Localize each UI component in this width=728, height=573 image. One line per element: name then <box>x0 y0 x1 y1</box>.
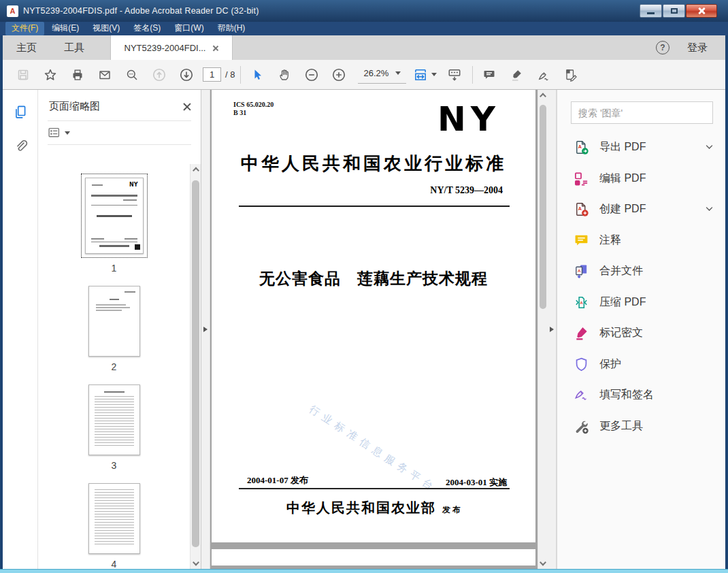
toolbar-separator <box>472 66 473 84</box>
window-title: NYT5239-2004FDIS.pdf - Adobe Acrobat Rea… <box>23 6 259 16</box>
thumbnail-page-4[interactable]: 4 <box>88 483 140 570</box>
thumbnail-list: NY 1 <box>38 164 190 569</box>
thumbnail-page-number: 4 <box>112 559 117 570</box>
menu-help[interactable]: 帮助(H) <box>212 22 252 35</box>
caret-down-icon <box>431 73 437 76</box>
close-icon <box>697 7 706 15</box>
email-button[interactable] <box>94 63 116 86</box>
previous-page-icon <box>152 67 167 82</box>
maximize-icon <box>671 8 678 14</box>
svg-text:A: A <box>578 268 581 273</box>
chevron-down-icon[interactable] <box>704 203 714 216</box>
tools-search <box>571 101 713 124</box>
fountain-pen-icon <box>537 68 550 82</box>
zoom-level-value: 26.2% <box>363 68 388 78</box>
thumbnail-page-1[interactable]: NY 1 <box>81 174 148 274</box>
tool-label: 合并文件 <box>599 264 643 278</box>
next-page-button[interactable] <box>176 63 197 86</box>
fill-sign-tool-button[interactable] <box>533 63 555 86</box>
tab-document[interactable]: NYT5239-2004FDI... <box>110 35 233 60</box>
highlight-tool-button[interactable] <box>506 63 527 86</box>
tabbar-right: ? 登录 <box>656 35 725 60</box>
combine-files-icon: A <box>573 263 589 280</box>
tool-redact[interactable]: 标记密文 <box>557 318 725 349</box>
zoom-in-button[interactable] <box>328 63 350 86</box>
select-tool-button[interactable] <box>246 63 268 86</box>
tool-create-pdf[interactable]: A 创建 PDF <box>557 194 725 225</box>
thumbnail-page-3[interactable]: 3 <box>88 384 140 471</box>
thumbnails-scrollbar[interactable] <box>190 164 201 569</box>
page-number-input[interactable] <box>203 67 221 82</box>
tab-tools[interactable]: 工具 <box>50 35 98 60</box>
thumbnails-options-button[interactable] <box>38 121 201 144</box>
sign-in-button[interactable]: 登录 <box>687 42 708 54</box>
zoom-out-button[interactable] <box>301 63 322 86</box>
scroll-down-icon[interactable] <box>193 559 199 566</box>
zoom-level-dropdown[interactable]: 26.2% <box>358 66 406 84</box>
save-button[interactable] <box>12 63 34 86</box>
thumbnails-panel-title: 页面缩略图 <box>49 100 100 113</box>
previous-page-button[interactable] <box>148 63 170 86</box>
favorite-button[interactable] <box>39 63 61 86</box>
toolbar-separator <box>240 66 241 84</box>
scroll-up-icon[interactable] <box>540 93 546 100</box>
thumbnail-image-3 <box>88 384 140 455</box>
menu-file[interactable]: 文件(F) <box>5 22 44 35</box>
title-bar: A NYT5239-2004FDIS.pdf - Adobe Acrobat R… <box>0 0 728 22</box>
tool-fill-sign[interactable]: 填写和签名 <box>557 380 725 411</box>
chevron-down-icon[interactable] <box>704 142 714 154</box>
panel-divider <box>48 144 191 145</box>
thumbnails-scrollbar-thumb[interactable] <box>192 180 199 547</box>
tools-search-input[interactable] <box>572 108 712 118</box>
search-button[interactable] <box>121 63 143 86</box>
menu-view[interactable]: 视图(V) <box>86 22 126 35</box>
watermark-text: 行业标准信息服务平台 <box>307 403 440 495</box>
menu-edit[interactable]: 编辑(E) <box>46 22 85 35</box>
left-panel-collapse-handle[interactable] <box>201 90 210 569</box>
pages-icon <box>13 104 28 119</box>
comment-tool-button[interactable] <box>478 63 500 86</box>
print-icon <box>71 68 84 82</box>
tool-more-tools[interactable]: 更多工具 <box>557 411 725 442</box>
panel-close-icon[interactable] <box>182 102 191 111</box>
menu-sign[interactable]: 签名(S) <box>127 22 167 35</box>
thumbnail-page-2[interactable]: 2 <box>88 286 140 372</box>
close-button[interactable] <box>686 4 717 18</box>
caret-down-icon <box>395 71 401 75</box>
tool-protect[interactable]: 保护 <box>557 349 725 380</box>
send-for-signature-button[interactable] <box>560 63 582 86</box>
thumbnails-panel-header: 页面缩略图 <box>38 90 201 120</box>
fit-width-button[interactable] <box>413 67 437 82</box>
tool-edit-pdf[interactable]: 编辑 PDF <box>557 163 725 195</box>
tool-combine-files[interactable]: A 合并文件 <box>557 256 725 287</box>
menu-window[interactable]: 窗口(W) <box>168 22 210 35</box>
thumbnail-selection-border: NY <box>81 174 148 258</box>
tab-home[interactable]: 主页 <box>3 35 50 60</box>
select-tool-icon <box>250 68 264 82</box>
zoom-out-icon <box>304 67 319 82</box>
hand-tool-icon <box>278 68 291 82</box>
page-total-label: / 8 <box>225 69 235 80</box>
tool-export-pdf[interactable]: A 导出 PDF <box>557 132 725 163</box>
minimize-button[interactable] <box>640 4 662 18</box>
search-icon <box>125 68 139 82</box>
tool-compress-pdf[interactable]: A 压缩 PDF <box>557 287 725 318</box>
tool-label: 填写和签名 <box>599 388 654 402</box>
export-pdf-icon: A <box>573 140 589 156</box>
page-thumbnails-panel-button[interactable] <box>8 101 33 122</box>
viewer-scrollbar-thumb[interactable] <box>540 105 546 309</box>
scroll-down-icon[interactable] <box>540 559 546 566</box>
tool-comment[interactable]: 注释 <box>557 225 725 257</box>
print-button[interactable] <box>67 63 88 86</box>
viewer-scrollbar[interactable] <box>537 90 548 569</box>
pdf-viewer[interactable]: ICS 65.020.20 B 31 NY 中华人民共和国农业行业标准 NY/T… <box>210 90 548 569</box>
hand-tool-button[interactable] <box>274 63 295 86</box>
reading-mode-button[interactable] <box>444 63 465 86</box>
maximize-button[interactable] <box>663 4 685 18</box>
right-panel-collapse-handle[interactable] <box>548 90 557 569</box>
tab-close-icon[interactable] <box>212 45 218 51</box>
reading-mode-icon <box>447 67 462 82</box>
scroll-up-icon[interactable] <box>193 167 199 174</box>
help-icon[interactable]: ? <box>656 41 669 54</box>
attachments-panel-button[interactable] <box>8 135 33 157</box>
